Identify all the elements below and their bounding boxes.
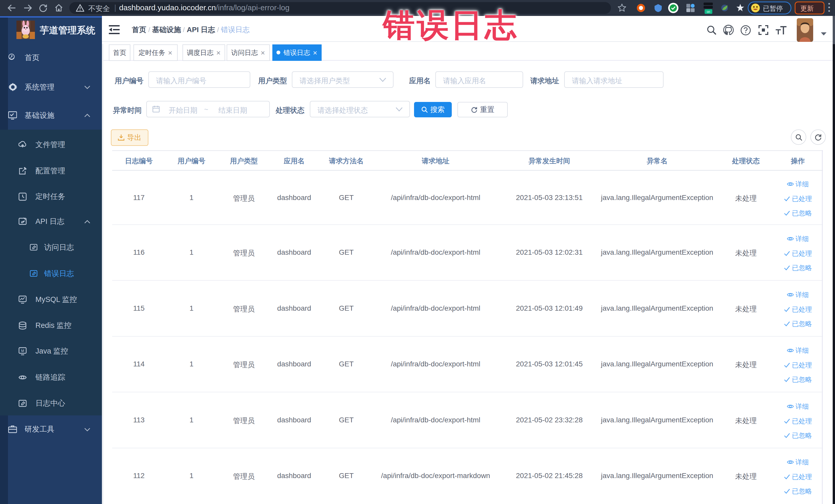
- svg-text:M: M: [21, 349, 24, 353]
- svg-text:on: on: [707, 10, 710, 14]
